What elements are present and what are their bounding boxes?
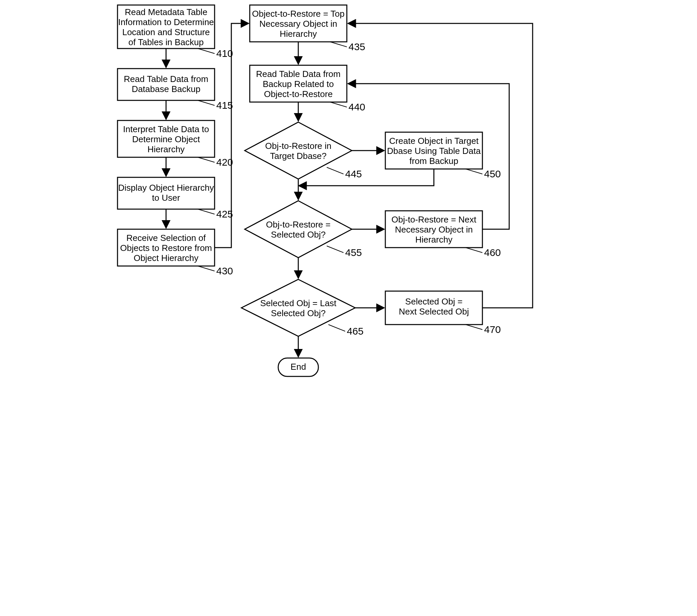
text-470-l2: Next Selected Obj: [399, 306, 469, 317]
ref-425: 425: [216, 208, 233, 220]
text-430-l3: Object Hierarchy: [134, 253, 198, 263]
leader-420: [198, 157, 214, 162]
text-415-l2: Database Backup: [132, 84, 200, 94]
text-420-l3: Hierarchy: [147, 144, 184, 154]
text-435-l2: Necessary Object in: [259, 19, 338, 29]
ref-455: 455: [345, 247, 362, 258]
text-410-l4: of Tables in Backup: [129, 37, 204, 47]
ref-470: 470: [484, 324, 501, 335]
text-415-l1: Read Table Data from: [124, 74, 208, 84]
text-445-l2: Target Dbase?: [270, 151, 326, 161]
ref-415: 415: [216, 100, 233, 111]
text-440-l1: Read Table Data from: [256, 69, 340, 79]
text-460-l2: Necessary Object in: [395, 225, 473, 235]
leader-445: [327, 167, 343, 174]
text-455-l1: Obj-to-Restore =: [266, 220, 331, 229]
ref-450: 450: [484, 168, 501, 179]
leader-430: [198, 266, 214, 271]
ref-430: 430: [216, 265, 233, 276]
leader-460: [466, 247, 483, 253]
text-470-l1: Selected Obj =: [405, 297, 462, 306]
text-450-l2: Dbase Using Table Data: [387, 146, 481, 156]
leader-435: [330, 42, 347, 47]
text-430-l2: Objects to Restore from: [120, 243, 212, 253]
flowchart: Read Metadata Table Information to Deter…: [98, 0, 599, 445]
leader-455: [327, 246, 343, 253]
leader-465: [328, 325, 345, 331]
ref-460: 460: [484, 247, 501, 258]
leader-415: [198, 100, 214, 105]
text-425-l1: Display Object Hierarchy: [118, 183, 214, 193]
text-440-l3: Object-to-Restore: [264, 89, 332, 99]
text-455-l2: Selected Obj?: [271, 229, 325, 240]
ref-410: 410: [216, 48, 233, 59]
leader-450: [466, 169, 483, 174]
leader-440: [330, 102, 347, 107]
ref-445: 445: [345, 168, 362, 179]
text-465-l1: Selected Obj = Last: [260, 298, 337, 308]
text-410-l3: Location and Structure: [122, 27, 210, 37]
text-430-l1: Receive Selection of: [126, 233, 206, 243]
leader-410: [198, 48, 214, 54]
leader-425: [198, 209, 214, 214]
text-425-l2: to User: [152, 193, 180, 203]
ref-420: 420: [216, 156, 233, 168]
text-420-l1: Interpret Table Data to: [123, 124, 209, 134]
arrow-450-join: [299, 169, 434, 186]
leader-470: [466, 325, 483, 330]
ref-440: 440: [348, 101, 365, 112]
text-435-l1: Object-to-Restore = Top: [252, 9, 344, 19]
text-450-l3: from Backup: [410, 156, 458, 166]
ref-465: 465: [347, 326, 364, 336]
text-410-l2: Information to Determine: [118, 17, 214, 27]
text-450-l1: Create Object in Target: [389, 136, 479, 146]
text-end: End: [291, 362, 306, 372]
ref-435: 435: [348, 41, 365, 52]
text-460-l1: Obj-to-Restore = Next: [391, 214, 476, 225]
text-465-l2: Selected Obj?: [271, 308, 325, 318]
text-435-l3: Hierarchy: [280, 29, 317, 39]
text-445-l1: Obj-to-Restore in: [265, 141, 331, 151]
text-460-l3: Hierarchy: [415, 235, 452, 244]
text-410-l1: Read Metadata Table: [125, 7, 208, 17]
text-420-l2: Determine Object: [132, 134, 200, 144]
text-440-l2: Backup Related to: [263, 79, 334, 89]
